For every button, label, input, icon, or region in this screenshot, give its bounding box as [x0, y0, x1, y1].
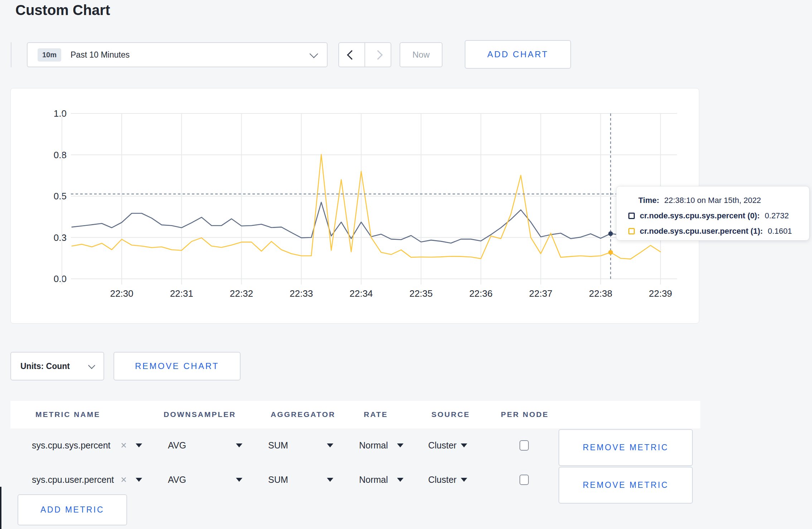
aggregator-select[interactable]: SUM — [268, 473, 288, 486]
svg-text:22:39: 22:39 — [649, 288, 672, 299]
caret-down-icon — [397, 478, 403, 482]
chevron-left-icon — [347, 50, 357, 60]
rate-dropdown-control[interactable] — [397, 439, 403, 452]
metrics-table-header: METRIC NAME DOWNSAMPLER AGGREGATOR RATE … — [10, 401, 700, 428]
units-dropdown[interactable]: Units: Count — [10, 352, 104, 380]
chevron-down-icon — [309, 49, 318, 58]
svg-text:22:31: 22:31 — [170, 288, 193, 299]
caret-down-icon — [397, 443, 403, 447]
remove-chart-button[interactable]: REMOVE CHART — [113, 352, 241, 380]
clear-metric-icon[interactable]: × — [121, 439, 127, 452]
chevron-down-icon — [88, 362, 95, 369]
tooltip-series-value: 0.2732 — [765, 211, 789, 220]
svg-text:22:33: 22:33 — [290, 288, 313, 299]
source-dropdown-control[interactable] — [461, 473, 467, 486]
remove-metric-button[interactable]: REMOVE METRIC — [559, 467, 693, 504]
per-node-cell — [519, 473, 529, 486]
metric-name-select[interactable]: sys.cpu.sys.percent — [32, 439, 111, 452]
tooltip-series-row: cr.node.sys.cpu.user.percent (1): 0.1601 — [628, 226, 809, 237]
tooltip-time-row: Time: 22:38:10 on Mar 15th, 2022 — [628, 195, 809, 206]
column-header-source: SOURCE — [431, 410, 470, 419]
chevron-right-icon — [373, 50, 383, 60]
source-select[interactable]: Cluster — [428, 473, 456, 486]
caret-down-icon — [461, 478, 467, 482]
aggregator-select[interactable]: SUM — [268, 439, 288, 452]
now-button[interactable]: Now — [400, 42, 443, 67]
tooltip-series-row: cr.node.sys.cpu.sys.percent (0): 0.2732 — [628, 210, 809, 221]
metric-dropdown-control[interactable] — [136, 439, 142, 452]
column-header-rate: RATE — [364, 410, 388, 419]
aggregator-dropdown-control[interactable] — [327, 439, 333, 452]
prev-time-button[interactable] — [339, 43, 364, 67]
time-range-label: Past 10 Minutes — [71, 50, 130, 60]
column-header-downsampler: DOWNSAMPLER — [164, 410, 236, 419]
rate-dropdown-control[interactable] — [397, 473, 403, 486]
caret-down-icon — [236, 443, 242, 447]
tooltip-time-label: Time: — [638, 196, 659, 205]
sys-series-swatch-icon — [628, 213, 635, 219]
clear-metric-icon[interactable]: × — [121, 473, 127, 486]
tooltip-series-label: cr.node.sys.cpu.sys.percent (0): — [640, 211, 760, 220]
time-range-dropdown[interactable]: 10m Past 10 Minutes — [27, 42, 328, 67]
add-metric-button[interactable]: ADD METRIC — [18, 494, 127, 525]
next-time-button[interactable] — [364, 43, 391, 67]
rate-select[interactable]: Normal — [359, 473, 388, 486]
svg-text:22:32: 22:32 — [230, 288, 253, 299]
per-node-cell — [519, 439, 529, 452]
svg-text:22:30: 22:30 — [110, 288, 133, 299]
rate-select[interactable]: Normal — [359, 439, 388, 452]
svg-text:0.0: 0.0 — [54, 273, 67, 284]
per-node-checkbox[interactable] — [519, 475, 529, 485]
per-node-checkbox[interactable] — [519, 440, 529, 451]
svg-text:22:34: 22:34 — [349, 288, 373, 299]
chart-panel[interactable]: 0.00.30.50.81.022:3022:3122:3222:3322:34… — [10, 88, 699, 324]
svg-text:22:38: 22:38 — [589, 288, 612, 299]
add-chart-button[interactable]: ADD CHART — [465, 40, 571, 69]
toolbar-divider — [11, 42, 11, 67]
timeseries-chart[interactable]: 0.00.30.50.81.022:3022:3122:3222:3322:34… — [11, 88, 699, 323]
caret-down-icon — [327, 443, 333, 447]
caret-down-icon — [136, 443, 142, 447]
time-range-badge: 10m — [38, 48, 61, 62]
svg-text:22:36: 22:36 — [469, 288, 493, 299]
column-header-aggregator: AGGREGATOR — [271, 410, 335, 419]
source-dropdown-control[interactable] — [461, 439, 467, 452]
tooltip-series-label: cr.node.sys.cpu.user.percent (1): — [640, 227, 763, 236]
tooltip-time-value: 22:38:10 on Mar 15th, 2022 — [664, 196, 761, 205]
source-select[interactable]: Cluster — [428, 439, 456, 452]
svg-text:1.0: 1.0 — [54, 108, 67, 119]
caret-down-icon — [327, 478, 333, 482]
page-title: Custom Chart — [15, 2, 110, 18]
svg-text:0.3: 0.3 — [54, 232, 67, 243]
svg-text:22:35: 22:35 — [409, 288, 432, 299]
chart-tooltip: Time: 22:38:10 on Mar 15th, 2022 cr.node… — [616, 186, 809, 241]
downsampler-dropdown-control[interactable] — [236, 439, 242, 452]
time-pager — [338, 42, 391, 67]
user-series-swatch-icon — [628, 228, 635, 234]
downsampler-select[interactable]: AVG — [168, 473, 186, 486]
metric-name-select[interactable]: sys.cpu.user.percent — [32, 473, 114, 486]
downsampler-select[interactable]: AVG — [168, 439, 186, 452]
downsampler-dropdown-control[interactable] — [236, 473, 242, 486]
window-edge-artifact — [0, 487, 1, 529]
metric-dropdown-control[interactable] — [136, 473, 142, 486]
column-header-per-node: PER NODE — [501, 410, 549, 419]
caret-down-icon — [236, 478, 242, 482]
remove-metric-button[interactable]: REMOVE METRIC — [559, 429, 693, 466]
caret-down-icon — [461, 443, 467, 447]
svg-text:22:37: 22:37 — [529, 288, 552, 299]
units-label: Units: Count — [20, 361, 70, 371]
tooltip-series-value: 0.1601 — [768, 227, 792, 236]
svg-text:0.8: 0.8 — [54, 150, 67, 160]
caret-down-icon — [136, 478, 142, 482]
svg-text:0.5: 0.5 — [54, 191, 67, 202]
aggregator-dropdown-control[interactable] — [327, 473, 333, 486]
column-header-metric-name: METRIC NAME — [35, 410, 100, 419]
